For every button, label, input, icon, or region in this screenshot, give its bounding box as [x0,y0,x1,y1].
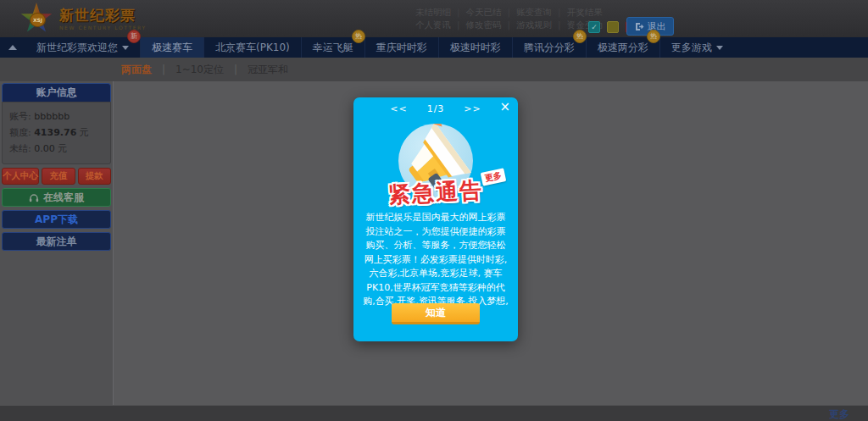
withdraw-button[interactable]: 提款 [78,168,112,185]
online-service-button[interactable]: 在线客服 [2,188,111,207]
tab-more-games[interactable]: 更多游戏 [659,37,734,58]
account-panel: 账号: bbbbbb 额度: 4139.76 元 未结: 0.00 元 [2,102,111,164]
tab-label: 新世纪彩票欢迎您 [36,41,118,55]
app-download-button[interactable]: APP下载 [2,210,111,229]
sidebar: 账户信息 账号: bbbbbb 额度: 4139.76 元 未结: 0.00 元… [0,81,114,405]
bet-type-subnav: 两面盘 1~10定位 冠亚军和 [0,58,868,81]
chevron-down-icon [122,46,129,50]
header-link-change-password[interactable]: 修改密码 [451,19,502,31]
tab-chongqing-ssc[interactable]: 重庆时时彩 [364,37,438,58]
tab-lucky-airship[interactable]: 幸运飞艇 热 [301,37,364,58]
pager-next-button[interactable]: >> [464,103,481,114]
unsettled-unit: 元 [58,143,67,154]
account-id-label: 账号: [9,111,31,122]
tab-welcome[interactable]: 新世纪彩票欢迎您 新 [25,37,140,58]
tab-tencent-ffc[interactable]: 腾讯分分彩 热 [512,37,586,58]
tab-label: 幸运飞艇 [313,41,353,55]
hot-badge: 热 [352,30,365,43]
nav-home-button[interactable] [0,37,25,58]
logout-icon [635,22,644,31]
logo-monogram: XSJ [30,13,46,27]
hot-badge: 热 [573,30,587,43]
new-badge: 新 [127,30,141,43]
arrow-up-icon [8,45,17,50]
announcement-modal: << 1/3 >> × 紧急通告 更多 新世纪娱乐是国内最大的网上彩票投注站之一… [353,97,518,341]
footer-more-link[interactable]: 更多 [829,407,849,421]
confirm-button[interactable]: 知道 [392,303,480,324]
account-id-value: bbbbbb [34,111,70,122]
site-title: 新世纪彩票 [59,8,147,23]
tab-label: 极速时时彩 [450,41,501,55]
header-link-unsettled[interactable]: 未结明细 [415,7,451,19]
site-logo: XSJ 新世纪彩票 NEW CENTURY LOTTERY [20,3,147,35]
olive-square-icon[interactable] [607,21,619,33]
tab-label: 北京赛车(PK10) [215,41,290,55]
balance-label: 额度: [9,127,31,138]
header-link-account-changes[interactable]: 账变查询 [502,7,553,19]
deposit-button[interactable]: 充值 [42,168,75,185]
subnav-1to10-position[interactable]: 1~10定位 [152,63,224,77]
header-links: 未结明细 今天已结 账变查询 开奖结果 个人资讯 修改密码 游戏规则 资金变动 [415,6,603,31]
unsettled-row: 未结: 0.00 元 [9,142,103,155]
balance-value: 4139.76 [34,127,76,138]
headset-icon [29,193,39,202]
tab-beijing-pk10[interactable]: 北京赛车(PK10) [203,37,301,58]
close-icon[interactable]: × [499,100,510,114]
hot-badge: 热 [647,30,660,43]
tab-label: 更多游戏 [671,41,712,55]
header-link-draw-results[interactable]: 开奖结果 [552,7,603,19]
tab-label: 腾讯分分彩 [524,41,575,55]
chevron-down-icon [716,46,723,50]
balance-row: 额度: 4139.76 元 [9,126,103,139]
subnav-champion-sum[interactable]: 冠亚军和 [224,63,288,77]
account-actions: 个人中心 充值 提款 [2,168,111,185]
header-link-settled-today[interactable]: 今天已结 [451,7,502,19]
tab-label: 极速两分彩 [598,41,648,55]
personal-center-button[interactable]: 个人中心 [2,168,39,185]
latest-orders-button[interactable]: 最新注单 [2,232,111,251]
subnav-two-sides[interactable]: 两面盘 [121,63,152,77]
modal-pager: << 1/3 >> [353,103,518,114]
unsettled-value: 0.00 [34,143,55,154]
tab-speed-ssc[interactable]: 极速时时彩 [438,37,512,58]
online-service-label: 在线客服 [43,191,84,205]
star-logo-icon: XSJ [20,3,53,35]
balance-unit: 元 [80,127,89,138]
tab-label: 极速赛车 [152,41,192,55]
game-navbar: 新世纪彩票欢迎您 新 极速赛车 北京赛车(PK10) 幸运飞艇 热 重庆时时彩 … [0,37,868,58]
unsettled-label: 未结: [9,143,31,154]
header-link-profile[interactable]: 个人资讯 [415,19,451,31]
tab-speed-2min[interactable]: 极速两分彩 热 [586,37,659,58]
checkbox-icon[interactable]: ✓ [588,21,600,33]
tab-label: 重庆时时彩 [376,41,427,55]
account-id-row: 账号: bbbbbb [9,110,103,123]
footer: 更多 [0,405,868,421]
tab-speed-racing[interactable]: 极速赛车 [140,37,203,58]
header-link-game-rules[interactable]: 游戏规则 [502,19,553,31]
pager-position: 1/3 [427,103,445,114]
pager-prev-button[interactable]: << [390,103,407,114]
account-panel-title: 账户信息 [2,83,111,102]
